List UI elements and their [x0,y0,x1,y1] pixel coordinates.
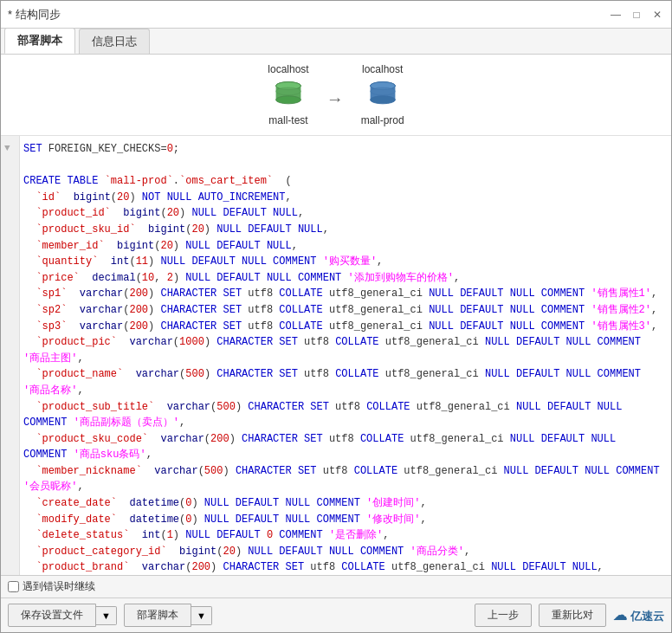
save-settings-dropdown[interactable]: ▼ [96,606,117,625]
svg-point-4 [276,87,301,95]
deploy-btn-group: 部署脚本 ▼ [124,604,212,627]
brand-text: 亿速云 [630,610,664,623]
source-db-icon [273,79,304,110]
tab-info-log[interactable]: 信息日志 [79,29,150,54]
save-btn-group: 保存设置文件 ▼ [8,604,117,627]
source-db-info: localhost mall-test [268,63,308,126]
footer-bar: 保存设置文件 ▼ 部署脚本 ▼ 上一步 重新比对 ☁ 亿速云 [1,597,671,632]
svg-point-2 [276,96,301,104]
target-db-info: localhost mall-prod [361,63,404,126]
target-db-icon [367,79,398,110]
maximize-button[interactable]: □ [630,8,643,22]
refresh-compare-button[interactable]: 重新比对 [539,604,606,627]
brand-label: ☁ 亿速云 [613,607,664,624]
target-host: localhost [361,63,404,75]
error-continue-text: 遇到错误时继续 [23,579,95,594]
footer-left-buttons: 保存设置文件 ▼ 部署脚本 ▼ [8,604,212,627]
db-connection-section: localhost mall-test → localhost mall-pro… [1,55,671,136]
title-bar: * 结构同步 — □ ✕ [1,1,671,29]
main-window: * 结构同步 — □ ✕ 部署脚本 信息日志 localhost mall-te… [0,0,672,633]
target-db: mall-prod [361,114,404,126]
error-continue-label[interactable]: 遇到错误时继续 [8,579,95,594]
title-bar-controls: — □ ✕ [609,8,664,22]
tab-deploy-script[interactable]: 部署脚本 [4,28,75,54]
footer-right-buttons: 上一步 重新比对 ☁ 亿速云 [475,604,664,627]
source-db: mall-test [268,114,308,126]
arrow-icon: → [326,89,344,109]
code-editor[interactable]: ▼ SET FOREIGN_KEY_CHECKS=0; CREATE TABLE… [1,136,671,575]
prev-step-button[interactable]: 上一步 [475,604,532,627]
source-host: localhost [268,63,308,75]
save-settings-button[interactable]: 保存设置文件 [8,604,96,627]
window-title: * 结构同步 [8,7,61,23]
title-bar-left: * 结构同步 [8,7,61,23]
deploy-script-dropdown[interactable]: ▼ [191,606,212,625]
svg-point-7 [370,96,395,104]
error-continue-bar: 遇到错误时继续 [1,575,671,597]
deploy-script-button[interactable]: 部署脚本 [124,604,191,627]
svg-point-9 [370,87,395,95]
error-continue-checkbox[interactable] [8,581,19,592]
brand-icon: ☁ [613,608,627,623]
close-button[interactable]: ✕ [650,8,664,22]
tabs-bar: 部署脚本 信息日志 [1,29,671,55]
minimize-button[interactable]: — [609,8,623,22]
code-content: SET FOREIGN_KEY_CHECKS=0; CREATE TABLE `… [23,141,662,575]
